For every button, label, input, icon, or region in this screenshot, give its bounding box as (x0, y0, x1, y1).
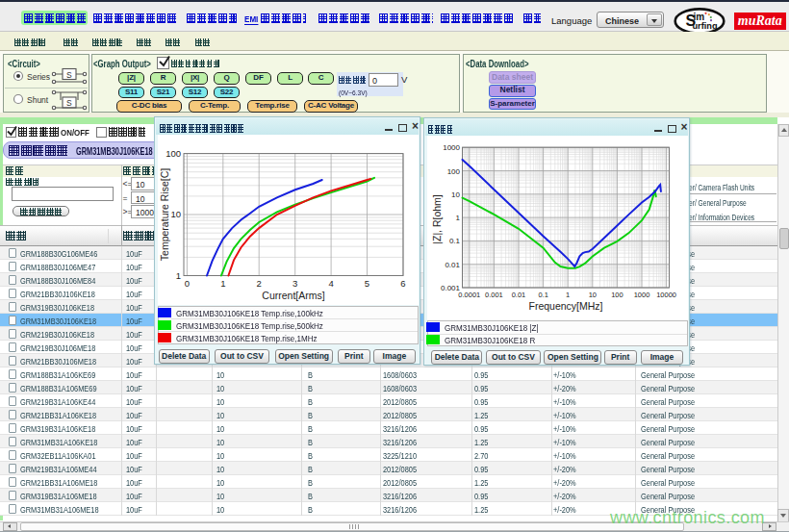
svg-text:0.1: 0.1 (448, 237, 460, 245)
svg-text:6: 6 (400, 278, 405, 289)
svg-text:0.1: 0.1 (538, 291, 547, 299)
svg-text:urfing: urfing (693, 21, 718, 31)
svg-text:Series: Series (27, 72, 50, 82)
svg-text:5: 5 (365, 278, 369, 289)
svg-text:Current[Arms]: Current[Arms] (262, 290, 324, 301)
svg-text:100: 100 (611, 291, 624, 299)
svg-text:0: 0 (185, 278, 190, 289)
svg-text:1: 1 (220, 278, 225, 289)
svg-text:1: 1 (176, 270, 181, 281)
svg-text:2: 2 (257, 278, 262, 289)
svg-text:10: 10 (170, 209, 181, 219)
svg-text:|Z|, R[ohm]: |Z|, R[ohm] (431, 194, 443, 244)
svg-text:Frequency[MHz]: Frequency[MHz] (528, 300, 602, 312)
svg-text:Temperature Rise[C]: Temperature Rise[C] (159, 168, 170, 261)
svg-text:0.0001: 0.0001 (458, 291, 480, 299)
svg-text:0.001: 0.001 (485, 291, 503, 299)
svg-text:0.01: 0.01 (445, 261, 460, 269)
svg-text:3: 3 (293, 278, 297, 289)
svg-text:10000: 10000 (656, 291, 676, 299)
svg-text:Shunt: Shunt (27, 95, 49, 105)
svg-text:10: 10 (451, 190, 460, 199)
svg-text:1000: 1000 (633, 291, 649, 299)
svg-text:1: 1 (566, 291, 570, 299)
svg-text:S: S (66, 70, 72, 80)
svg-text:100: 100 (165, 148, 181, 159)
svg-text:0.01: 0.01 (511, 291, 525, 299)
svg-text:1000: 1000 (443, 143, 460, 152)
svg-text:4: 4 (328, 278, 333, 289)
svg-text:100: 100 (446, 167, 460, 176)
svg-text:10: 10 (588, 291, 596, 299)
svg-text:S: S (66, 98, 72, 108)
svg-text:1: 1 (455, 214, 460, 222)
